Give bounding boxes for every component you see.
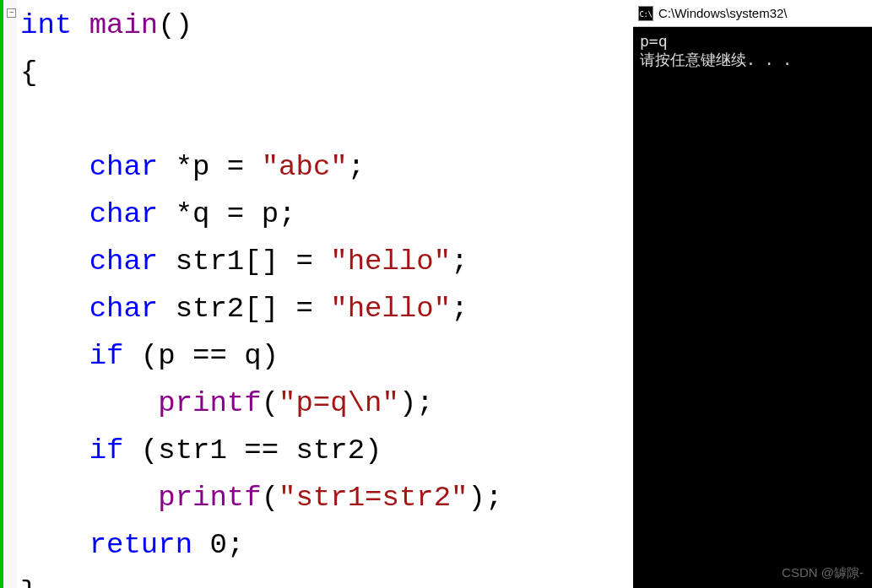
string-pq: "p=q\n" (279, 387, 399, 419)
decl-q: *q = p; (158, 198, 295, 230)
editor-gutter: − (0, 0, 17, 588)
keyword-int: int (20, 9, 72, 41)
brace-close: } (20, 576, 37, 588)
string-hello1: "hello" (330, 245, 451, 278)
console-output[interactable]: p=q 请按任意键继续. . . (633, 27, 872, 588)
paren-open: ( (262, 387, 279, 419)
decl-str1: str1[] = (158, 245, 330, 278)
semicolon: ; (451, 245, 468, 278)
console-title: C:\Windows\system32\ (658, 6, 788, 20)
decl-str2: str2[] = (158, 293, 330, 325)
paren-close: ); (399, 387, 434, 419)
keyword-char: char (89, 293, 159, 325)
code-editor-pane: − int main() { char *p = "abc"; char *q … (0, 0, 633, 588)
cmd-icon: C:\ (638, 6, 653, 21)
keyword-char: char (89, 198, 159, 230)
keyword-char: char (89, 245, 159, 278)
paren-open: ( (262, 482, 279, 514)
semicolon: ; (348, 151, 365, 183)
output-line-1: p=q (640, 32, 668, 50)
console-window: C:\ C:\Windows\system32\ p=q 请按任意键继续. . … (633, 0, 872, 588)
paren-close: ); (468, 482, 503, 514)
decl-p: *p = (158, 151, 261, 183)
code-area[interactable]: int main() { char *p = "abc"; char *q = … (17, 0, 633, 588)
watermark-text: CSDN @罅隙- (782, 565, 864, 581)
parens: () (158, 9, 192, 41)
console-titlebar[interactable]: C:\ C:\Windows\system32\ (633, 0, 872, 27)
function-printf: printf (158, 387, 261, 419)
semicolon: ; (451, 293, 468, 325)
return-val: 0; (192, 529, 244, 561)
string-str1str2: "str1=str2" (279, 482, 468, 514)
brace-open: { (20, 57, 37, 89)
function-main: main (89, 9, 159, 41)
string-hello2: "hello" (330, 293, 451, 325)
fold-collapse-icon[interactable]: − (7, 8, 16, 18)
condition-pq: (p == q) (123, 340, 279, 372)
keyword-char: char (89, 151, 159, 183)
keyword-if: if (89, 340, 124, 372)
string-abc: "abc" (262, 151, 348, 183)
condition-str: (str1 == str2) (123, 434, 382, 467)
keyword-if: if (89, 434, 124, 467)
function-printf: printf (158, 482, 261, 514)
output-line-2: 请按任意键继续. . . (640, 51, 792, 68)
keyword-return: return (89, 529, 192, 561)
